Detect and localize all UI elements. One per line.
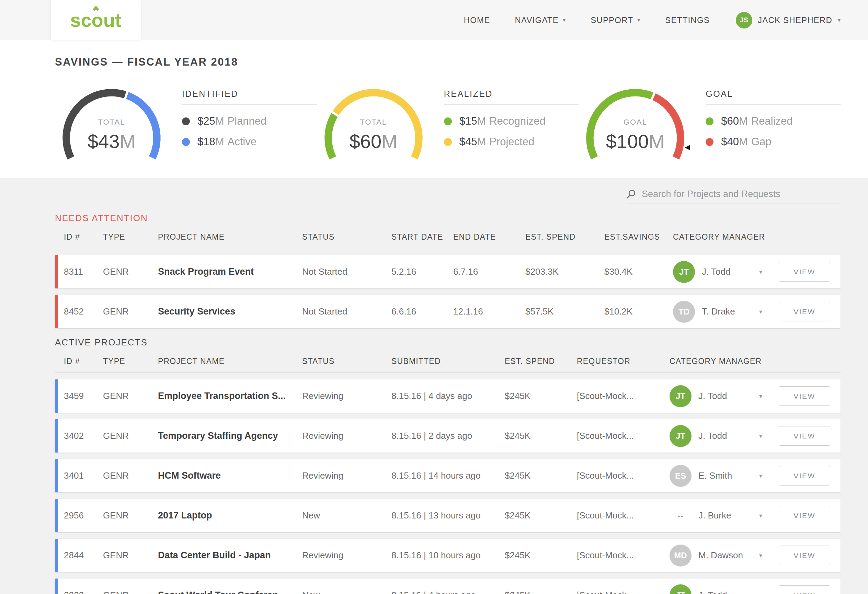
row-category-manager: MD M. Dawson ▾ (670, 545, 779, 566)
legend-amount-suffix: M (477, 136, 486, 148)
column-header: END DATE (453, 232, 526, 242)
row-status: Reviewing (302, 470, 391, 481)
row-start-date: 5.2.16 (391, 266, 453, 277)
row-actions: VIEW (779, 386, 840, 406)
chevron-down-icon[interactable]: ▾ (759, 552, 762, 559)
view-button[interactable]: VIEW (779, 302, 830, 321)
row-type: GENR (103, 470, 158, 481)
legend-item: $40M Gap (706, 136, 840, 148)
gauge-legend: IDENTIFIED $25M Planned $18M Active (182, 84, 317, 161)
nav-item[interactable]: SETTINGS (665, 15, 710, 25)
row-accent-bar (55, 459, 58, 492)
nav-item[interactable]: NAVIGATE ▾ (515, 15, 566, 25)
column-header: EST. SPEND (505, 357, 577, 366)
row-est-spend: $245K (505, 550, 577, 561)
manager-name: J. Todd (698, 391, 727, 401)
row-accent-bar (55, 539, 58, 572)
chevron-down-icon[interactable]: ▾ (759, 592, 762, 594)
nav-item[interactable]: SUPPORT ▾ (590, 15, 641, 25)
row-project-name: Data Center Build - Japan (158, 550, 302, 561)
manager-name: J. Todd (702, 266, 730, 277)
row-requestor: [Scout-Mock... (577, 550, 670, 561)
column-header: PROJECT NAME (158, 357, 302, 366)
table-row: 3401 GENR HCM Software Reviewing 8.15.16… (55, 459, 840, 492)
row-status: Reviewing (302, 431, 391, 441)
view-button[interactable]: VIEW (779, 545, 830, 565)
row-actions: VIEW (779, 466, 840, 486)
search-row (55, 189, 840, 204)
column-header: SUBMITTED (391, 357, 505, 366)
savings-summary: SAVINGS — FISCAL YEAR 2018 TOTAL $43M ID… (0, 40, 868, 178)
legend-amount: $40 (721, 136, 739, 148)
row-project-name: HCM Software (158, 470, 302, 481)
top-nav: scout HOME NAVIGATE ▾ SUPPORT ▾ SETTINGS… (0, 0, 868, 40)
row-submitted: 8.15.16 | 2 days ago (391, 431, 505, 441)
column-header: ID # (55, 232, 103, 242)
legend-label: Recognized (489, 115, 546, 127)
legend-amount: $60 (721, 115, 739, 127)
legend-label: Projected (489, 136, 534, 148)
view-button[interactable]: VIEW (779, 506, 830, 525)
gauge-amount: $100 (606, 130, 649, 152)
logo-caret-icon (93, 6, 99, 12)
row-submitted: 8.15.16 | 10 hours ago (391, 550, 505, 561)
legend-dot-icon (706, 138, 713, 146)
search-input[interactable] (642, 189, 840, 199)
gauge-center-label: GOAL (579, 118, 692, 127)
needs-attention-title: NEEDS ATTENTION (55, 213, 840, 223)
chevron-down-icon[interactable]: ▾ (759, 268, 762, 276)
gauge-amount: $43 (87, 130, 120, 152)
row-est-savings: $30.4K (604, 266, 673, 277)
legend-amount-suffix: M (215, 136, 224, 148)
view-button[interactable]: VIEW (779, 466, 830, 486)
row-category-manager: JT J. Todd ▾ (670, 584, 779, 594)
search-icon (626, 189, 636, 199)
chevron-down-icon[interactable]: ▾ (759, 512, 762, 520)
table-row: 2823 GENR Scout World Tour Conferen... N… (55, 579, 840, 594)
gauge: TOTAL $43M (55, 84, 168, 161)
gauge-legend: GOAL $60M Realized $40M Gap (706, 84, 840, 161)
row-status: Reviewing (302, 391, 391, 401)
row-accent-bar (55, 579, 58, 594)
chevron-down-icon[interactable]: ▾ (759, 393, 762, 400)
view-button[interactable]: VIEW (779, 426, 830, 446)
view-button[interactable]: VIEW (779, 262, 830, 282)
logo[interactable]: scout (51, 0, 141, 40)
chevron-down-icon[interactable]: ▾ (759, 308, 762, 316)
active-projects-header: ID # TYPE PROJECT NAME STATUS SUBMITTED … (55, 357, 840, 372)
view-button[interactable]: VIEW (779, 386, 830, 406)
page-title: SAVINGS — FISCAL YEAR 2018 (55, 56, 840, 68)
column-header: STATUS (302, 357, 391, 366)
legend-dot-icon (444, 117, 452, 125)
column-header: CATEGORY MANAGER (673, 232, 779, 242)
user-menu[interactable]: JS JACK SHEPHERD ▾ (736, 12, 840, 28)
row-end-date: 12.1.16 (453, 306, 526, 317)
row-est-spend: $203.3K (526, 266, 604, 277)
row-type: GENR (103, 391, 158, 401)
avatar: MD (670, 545, 691, 566)
column-header: REQUESTOR (577, 357, 670, 366)
nav-item[interactable]: HOME (464, 15, 490, 25)
row-requestor: [Scout-Mock... (577, 391, 670, 401)
row-category-manager: JT J. Todd ▾ (670, 385, 779, 407)
gauge-amount-suffix: M (120, 130, 136, 152)
legend-item: $18M Active (182, 136, 317, 148)
row-id: 3401 (55, 470, 103, 481)
legend-item: $60M Realized (706, 115, 840, 127)
gauge-value: $60M (317, 130, 430, 152)
needs-attention-rows: 8311 GENR Snack Program Event Not Starte… (55, 255, 840, 328)
avatar: TD (673, 301, 695, 323)
view-button[interactable]: VIEW (779, 585, 830, 594)
row-est-spend: $245K (505, 510, 577, 521)
row-est-spend: $57.5K (526, 306, 604, 317)
chevron-down-icon[interactable]: ▾ (759, 472, 762, 480)
legend-item: $45M Projected (444, 136, 579, 148)
chevron-down-icon[interactable]: ▾ (759, 432, 762, 440)
column-header: START DATE (391, 232, 453, 242)
legend-amount: $15 (459, 115, 477, 127)
row-status: Not Started (302, 306, 391, 317)
row-submitted: 8.15.16 | 13 hours ago (391, 510, 505, 521)
legend-amount-suffix: M (215, 115, 224, 127)
avatar: JT (670, 425, 691, 447)
row-project-name: Security Services (158, 306, 302, 317)
